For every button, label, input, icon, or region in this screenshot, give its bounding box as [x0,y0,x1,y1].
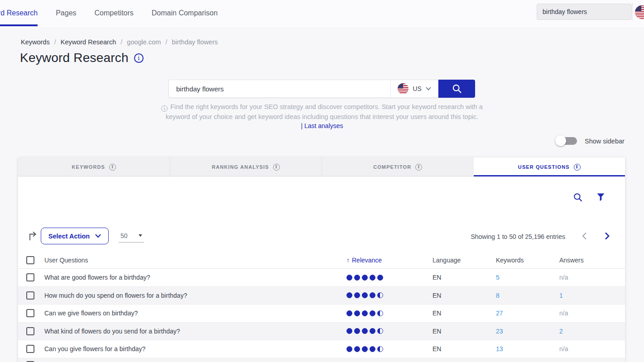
table-row: Can you give flowers for a birthday? EN … [18,340,625,358]
search-icon [452,84,462,94]
keywords-link[interactable]: 27 [496,310,503,317]
filter-icon[interactable] [597,193,605,201]
export-icon[interactable] [28,231,38,241]
show-sidebar-toggle[interactable] [556,137,577,145]
select-all-checkbox[interactable] [26,256,34,264]
pagination-prev-icon[interactable] [582,232,587,240]
page-title: Keyword Research [20,51,129,65]
relevance-dot [370,346,375,352]
breadcrumb-keywords[interactable]: Keywords [21,38,50,46]
top-header: Keyword Research Pages Competitors Domai… [0,0,644,27]
nav-item-pages[interactable]: Pages [56,0,76,26]
relevance-dot [354,328,360,334]
row-checkbox[interactable] [26,273,34,281]
table-row: Can we give flowers on birthday? EN 27 n… [18,305,625,323]
relevance-dots [346,292,383,298]
last-analyses-link[interactable]: | Last analyses [141,122,503,129]
tab-info-icon[interactable] [109,164,116,171]
header-keywords: Keywords [496,257,559,264]
table-search-icon[interactable] [573,193,582,202]
relevance-dots [346,275,383,281]
keyword-search-input[interactable] [168,80,390,98]
breadcrumb-separator: / [120,38,122,46]
table-toolbar: Select Action 50 Showing 1 to 50 of 25,1… [18,228,625,245]
question-text: What are good flowers for a birthday? [44,274,346,281]
breadcrumb-keyword-research[interactable]: Keyword Research [61,38,116,46]
tab-user-questions[interactable]: USER QUESTIONS [474,157,625,176]
table-body: What are good flowers for a birthday? EN… [18,269,625,362]
relevance-dot [370,328,375,334]
relevance-dot [346,346,352,352]
header-relevance[interactable]: Relevance [346,257,382,264]
tab-ranking-analysis[interactable]: RANKING ANALYSIS [170,157,322,176]
header-relevance-label: Relevance [352,257,382,264]
tab-label: RANKING ANALYSIS [212,164,269,170]
tab-info-icon[interactable] [574,164,581,171]
language-value: EN [433,328,496,335]
keywords-link[interactable]: 5 [496,274,500,281]
header-answers: Answers [559,257,625,264]
search-button[interactable] [438,80,475,98]
language-value: EN [433,292,496,299]
row-checkbox[interactable] [26,327,34,335]
relevance-dot [362,275,368,281]
question-text: How much do you spend on flowers for a b… [44,292,346,299]
keywords-link[interactable]: 13 [496,345,503,352]
relevance-dot [346,310,352,316]
country-code: US [413,85,421,92]
country-selector[interactable]: US [390,80,438,98]
select-action-label: Select Action [48,233,90,240]
tab-info-icon[interactable] [273,164,280,171]
breadcrumb-domain[interactable]: google.com [127,38,161,46]
page-size-value: 50 [120,232,128,239]
relevance-dot [370,310,375,316]
relevance-dot [377,310,383,316]
question-text: Can we give flowers on birthday? [44,310,346,317]
us-flag-icon [398,83,409,94]
question-text: What kind of flowers do you send for a b… [44,328,346,335]
relevance-dot [354,292,360,298]
info-icon [161,105,168,112]
breadcrumb: Keywords / Keyword Research / google.com… [21,38,218,46]
table-row: How much do you spend on flowers for a b… [18,287,625,305]
header-us-flag-icon[interactable] [635,5,644,19]
tab-info-icon[interactable] [415,164,422,171]
page-size-select[interactable]: 50 [119,229,144,243]
language-value: EN [433,310,496,317]
tab-label: USER QUESTIONS [518,164,570,170]
nav-item-competitors[interactable]: Competitors [95,0,134,26]
nav-item-domain-comparison[interactable]: Domain Comparison [152,0,218,26]
answers-value: n/a [559,310,568,317]
pagination-next-icon[interactable] [605,232,610,240]
header-search-input[interactable] [537,4,632,20]
nav-item-keyword-research[interactable]: Keyword Research [0,0,38,26]
top-nav: Keyword Research Pages Competitors Domai… [0,0,236,26]
header-divider [632,3,633,21]
row-checkbox[interactable] [26,291,34,300]
entries-count: Showing 1 to 50 of 25,196 entries [471,233,565,240]
sort-asc-icon [346,257,350,264]
relevance-dots [346,310,383,316]
relevance-dot [377,292,383,298]
row-checkbox[interactable] [26,345,34,353]
relevance-dot [354,346,360,352]
tab-keywords[interactable]: KEYWORDS [18,157,170,176]
relevance-dot [377,275,383,281]
keywords-link[interactable]: 8 [496,292,500,299]
breadcrumb-separator: / [54,38,56,46]
chevron-down-icon [426,87,431,90]
answers-value[interactable]: 2 [559,328,563,335]
tab-competitor[interactable]: COMPETITOR [322,157,474,176]
answers-value: n/a [559,345,568,352]
header-user-questions: User Questions [44,257,346,264]
relevance-dot [370,292,375,298]
title-info-icon[interactable] [134,53,144,63]
header-language: Language [433,257,496,264]
tab-bar: KEYWORDS RANKING ANALYSIS COMPETITOR USE… [18,157,625,176]
select-action-button[interactable]: Select Action [41,228,109,244]
relevance-dot [377,328,383,334]
keywords-link[interactable]: 23 [496,328,503,335]
results-panel: KEYWORDS RANKING ANALYSIS COMPETITOR USE… [18,157,625,362]
row-checkbox[interactable] [26,309,34,317]
answers-value[interactable]: 1 [559,292,563,299]
